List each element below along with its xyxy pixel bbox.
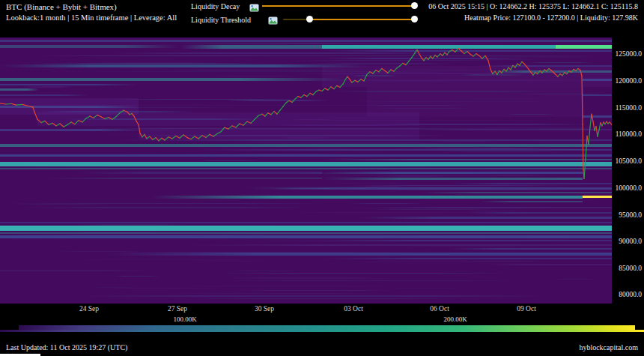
liquidity-streak — [127, 154, 313, 155]
liquidity-streak — [313, 79, 595, 81]
liquidity-streak — [297, 172, 506, 174]
liquidity-streak — [531, 142, 598, 142]
liquidity-band — [225, 277, 389, 279]
liquidity-streak — [285, 120, 558, 121]
liquidity-streak — [73, 62, 225, 63]
liquidity-band — [322, 240, 612, 241]
liquidity-streak — [368, 190, 577, 190]
liquidity-streak — [273, 188, 346, 189]
liquidity-band — [0, 78, 344, 81]
liquidity-streak — [69, 135, 460, 136]
liquidity-streak — [56, 251, 146, 252]
liquidity-streak — [408, 148, 519, 148]
slider-fill — [309, 19, 414, 20]
liquidity-streak — [221, 43, 508, 44]
liquidity-heatmap-chart[interactable] — [0, 37, 612, 304]
liquidity-streak — [212, 142, 464, 143]
liquidity-streak — [353, 262, 486, 262]
slider-handle[interactable] — [411, 2, 418, 9]
liquidity-decay-slider[interactable] — [262, 5, 414, 7]
liquidity-band — [583, 79, 612, 81]
liquidity-streak — [474, 148, 594, 149]
liquidity-streak — [393, 70, 493, 70]
liquidity-band — [583, 94, 612, 96]
liquidity-streak — [370, 81, 453, 82]
heatmap-tint — [0, 98, 139, 115]
image-icon — [249, 1, 259, 10]
liquidity-streak — [211, 280, 526, 281]
header-bar: BTC (Binance + Bybit + Bitmex) Lookback:… — [0, 0, 644, 37]
liquidity-streak — [113, 276, 160, 277]
liquidity-band — [322, 45, 556, 49]
slider-handle[interactable] — [411, 16, 418, 22]
liquidity-band — [0, 226, 612, 231]
liquidity-band — [479, 201, 583, 202]
price-line — [0, 37, 612, 304]
liquidity-streak — [514, 164, 586, 165]
liquidity-streak — [338, 101, 565, 102]
liquidity-streak — [485, 57, 601, 58]
liquidity-streak — [518, 237, 579, 238]
liquidity-band — [150, 135, 449, 136]
liquidity-band — [359, 217, 612, 219]
slider-handle[interactable] — [306, 16, 313, 22]
heatmap-tint — [367, 87, 584, 117]
liquidity-band — [322, 172, 583, 174]
liquidity-band — [0, 168, 612, 169]
liquidity-band — [583, 196, 612, 198]
liquidity-streak — [120, 252, 418, 253]
liquidity-streak — [64, 130, 187, 130]
slider-fill — [262, 5, 414, 7]
liquidity-band — [75, 172, 322, 174]
liquidity-streak — [376, 108, 473, 109]
liquidity-streak — [48, 55, 611, 56]
liquidity-streak — [300, 148, 358, 148]
last-updated-text: Last Updated: 11 Oct 2025 19:27 (UTC) — [6, 343, 127, 352]
liquidity-streak — [225, 271, 303, 271]
liquidity-streak — [451, 98, 550, 99]
liquidity-band — [322, 178, 583, 180]
liquidity-colorbar-strip — [0, 330, 644, 332]
liquidity-streak — [76, 224, 188, 226]
liquidity-streak — [209, 76, 301, 76]
liquidity-streak — [525, 128, 601, 130]
liquidity-band — [0, 88, 39, 91]
liquidity-streak — [289, 119, 336, 120]
x-axis-label: 06 Oct — [430, 305, 449, 313]
liquidity-streak — [354, 72, 446, 73]
liquidity-band — [112, 52, 449, 54]
footer-bar: Last Updated: 11 Oct 2025 19:27 (UTC) hy… — [0, 334, 644, 356]
liquidity-streak — [383, 175, 447, 177]
liquidity-streak — [470, 59, 541, 60]
liquidity-streak — [232, 290, 397, 291]
liquidity-streak — [469, 127, 601, 128]
liquidity-band — [322, 258, 612, 259]
liquidity-band — [195, 149, 612, 151]
liquidity-streak — [282, 137, 331, 139]
liquidity-streak — [505, 114, 556, 115]
liquidity-streak — [168, 43, 383, 43]
liquidity-band — [0, 64, 367, 67]
liquidity-band — [45, 178, 322, 179]
liquidity-band — [0, 45, 180, 48]
x-axis-label: 03 Oct — [344, 305, 363, 313]
liquidity-band — [105, 253, 612, 256]
liquidity-streak — [468, 211, 525, 211]
liquidity-streak — [430, 141, 499, 142]
liquidity-streak — [228, 187, 578, 188]
site-link[interactable]: hyblockcapital.com — [579, 343, 638, 352]
image-icon — [268, 14, 278, 22]
liquidity-streak — [33, 55, 287, 56]
liquidity-streak — [23, 86, 73, 88]
chart-settings: Lookback:1 month | 15 Min timeframe | Le… — [6, 13, 177, 22]
liquidity-streak — [542, 149, 595, 150]
liquidity-threshold-slider[interactable] — [283, 19, 414, 20]
liquidity-streak — [397, 236, 507, 237]
liquidity-band — [374, 207, 612, 208]
colorbar-label: 100.00K — [173, 316, 196, 323]
liquidity-band — [0, 84, 139, 85]
liquidity-streak — [296, 169, 414, 169]
liquidity-streak — [229, 143, 520, 144]
liquidity-band — [322, 50, 612, 52]
liquidity-streak — [326, 183, 416, 184]
